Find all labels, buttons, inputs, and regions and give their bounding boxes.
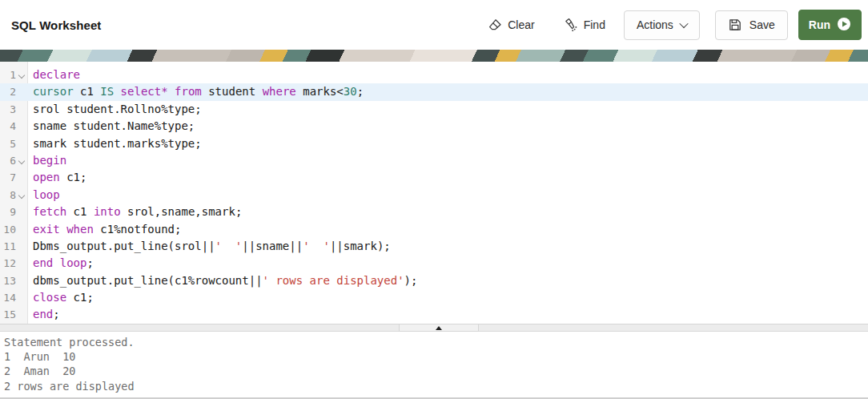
decorative-banner [0, 50, 868, 62]
code-line-row[interactable]: 8loop [0, 187, 868, 204]
chevron-down-icon [679, 19, 688, 28]
line-number: 14 [0, 289, 16, 306]
code-token: ' ' [303, 240, 330, 252]
sql-worksheet-page: SQL Worksheet Clear [0, 0, 868, 399]
actions-dropdown-button[interactable]: Actions [624, 10, 700, 40]
code-line-row[interactable]: 3srol student.Rollno%type; [0, 101, 868, 118]
fold-spacer [16, 306, 27, 323]
code-line[interactable]: end; [27, 306, 60, 323]
code-line[interactable]: sname student.Name%type; [27, 118, 195, 135]
run-button[interactable]: Run [798, 10, 862, 40]
line-number: 9 [0, 204, 16, 220]
fold-spacer [16, 83, 27, 100]
code-line[interactable]: srol student.Rollno%type; [27, 101, 202, 118]
output-line: 2 rows are displayed [4, 379, 864, 393]
gutter-cell: 10 [0, 221, 27, 238]
code-line-row[interactable]: 14close c1; [0, 289, 868, 306]
fold-spacer [16, 118, 27, 135]
code-token: ||sname|| [242, 240, 303, 252]
splitter-bar[interactable] [0, 324, 868, 332]
fold-spacer [16, 238, 27, 255]
code-line[interactable]: cursor c1 IS select* from student where … [27, 83, 364, 100]
code-line[interactable]: open c1; [27, 169, 86, 186]
line-number: 10 [0, 221, 16, 238]
code-line[interactable]: end loop; [27, 255, 94, 272]
code-line-row[interactable]: 15end; [0, 306, 868, 323]
clear-button[interactable]: Clear [484, 13, 537, 37]
code-line-row[interactable]: 9fetch c1 into srol,sname,smark; [0, 204, 868, 220]
line-number: 13 [0, 272, 16, 289]
find-button-label: Find [584, 18, 605, 31]
actions-button-label: Actions [637, 18, 673, 31]
code-line-row[interactable]: 11Dbms_output.put_line(srol||' '||sname|… [0, 238, 868, 255]
output-line: 1 Arun 10 [4, 349, 864, 364]
header-bar: SQL Worksheet Clear [0, 0, 868, 50]
code-token: declare [33, 68, 80, 81]
code-token [168, 85, 175, 98]
script-output-panel: Statement processed.1 Arun 102 Aman 202 … [0, 332, 868, 397]
line-number: 8 [0, 187, 16, 204]
code-line[interactable]: begin [27, 152, 66, 169]
code-line[interactable]: close c1; [27, 289, 94, 306]
code-token: c1%notfound; [94, 223, 182, 236]
output-lines: Statement processed.1 Arun 102 Aman 202 … [4, 335, 864, 393]
fold-spacer [16, 101, 27, 118]
fold-chevron-icon[interactable] [16, 187, 27, 204]
code-token: open [33, 171, 60, 183]
code-line-row[interactable]: 13dbms_output.put_line(c1%rowcount||' ro… [0, 272, 868, 289]
gutter-cell: 15 [0, 306, 27, 323]
gutter-cell: 6 [0, 152, 27, 169]
line-number: 12 [0, 255, 16, 272]
code-line[interactable]: smark student.marks%type; [27, 135, 202, 152]
fold-spacer [16, 221, 27, 238]
line-number: 15 [0, 306, 16, 323]
code-line-row[interactable]: 10exit when c1%notfound; [0, 221, 868, 238]
code-token: dbms_output.put_line(c1%rowcount|| [33, 274, 263, 287]
code-token [53, 256, 59, 269]
fold-chevron-icon[interactable] [16, 66, 27, 83]
code-line-row[interactable]: 5smark student.marks%type; [0, 135, 868, 152]
code-line-row[interactable]: 12end loop; [0, 255, 868, 272]
code-token: close [33, 291, 66, 304]
fold-spacer [16, 255, 27, 272]
code-line-row[interactable]: 7open c1; [0, 169, 868, 186]
gutter-cell: 5 [0, 135, 27, 152]
output-line: Statement processed. [4, 335, 864, 349]
code-token: sname student.Name%type; [33, 119, 195, 132]
code-line[interactable]: exit when c1%notfound; [27, 221, 181, 238]
line-number: 1 [0, 66, 16, 83]
code-line-row[interactable]: 2cursor c1 IS select* from student where… [0, 83, 868, 100]
code-editor[interactable]: 1declare2cursor c1 IS select* from stude… [0, 62, 868, 324]
code-token: ||smark); [330, 240, 391, 252]
code-token: smark student.marks%type; [33, 137, 202, 150]
find-button[interactable]: Find [561, 13, 609, 37]
fold-chevron-icon[interactable] [16, 152, 27, 169]
code-token: student [202, 85, 263, 98]
code-token: ; [53, 308, 59, 320]
gutter-cell: 11 [0, 238, 27, 255]
code-lines: 1declare2cursor c1 IS select* from stude… [0, 66, 868, 324]
fold-spacer [16, 169, 27, 186]
gutter-cell: 2 [0, 83, 27, 100]
collapse-output-tab[interactable] [399, 324, 479, 332]
code-line[interactable]: loop [27, 187, 60, 204]
code-token: where [263, 85, 296, 98]
line-number: 6 [0, 152, 16, 169]
line-number: 11 [0, 238, 16, 255]
gutter-cell: 14 [0, 289, 27, 306]
code-line-row[interactable]: 4sname student.Name%type; [0, 118, 868, 135]
floppy-disk-icon [728, 18, 742, 32]
code-token: Dbms_output.put_line(srol|| [33, 240, 215, 252]
code-line-row[interactable]: 6begin [0, 152, 868, 169]
code-line-row[interactable]: 1declare [0, 66, 868, 83]
code-token [114, 85, 120, 98]
run-button-label: Run [809, 18, 830, 31]
save-button[interactable]: Save [715, 10, 788, 40]
code-token: begin [33, 154, 66, 167]
code-line[interactable]: Dbms_output.put_line(srol||' '||sname||'… [27, 238, 391, 255]
code-line[interactable]: fetch c1 into srol,sname,smark; [27, 204, 242, 220]
gutter-cell: 9 [0, 204, 27, 220]
code-line[interactable]: dbms_output.put_line(c1%rowcount||' rows… [27, 272, 417, 289]
line-number: 2 [0, 83, 16, 100]
code-line[interactable]: declare [27, 66, 80, 83]
